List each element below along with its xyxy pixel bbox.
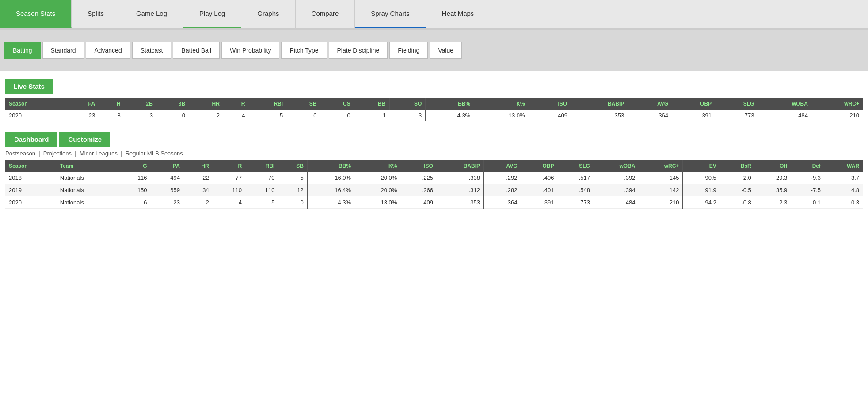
cell-sb-2018: 5 (278, 172, 307, 184)
top-navigation: Season Stats Splits Game Log Play Log Gr… (0, 0, 868, 30)
cell-r-2019: 110 (213, 184, 245, 196)
live-cell-babip: .353 (571, 110, 628, 121)
tab-compare[interactable]: Compare (296, 0, 355, 28)
col-slg: SLG (557, 160, 593, 172)
cell-pa-2018: 494 (151, 172, 183, 184)
tab-game-log[interactable]: Game Log (120, 0, 183, 28)
cell-slg-2019: .548 (557, 184, 593, 196)
cell-rbi-2019: 110 (245, 184, 278, 196)
live-stats-table: Season PA H 2B 3B HR R RBI SB CS BB SO B… (5, 98, 863, 121)
cell-off-2020: 2.3 (755, 196, 791, 209)
live-stats-header: Live Stats (5, 79, 53, 94)
cell-woba-2020: .484 (594, 196, 639, 209)
live-cell-cs: 0 (320, 110, 354, 121)
sub-tab-pitch-type[interactable]: Pitch Type (281, 42, 327, 59)
tab-splits[interactable]: Splits (72, 0, 120, 28)
col-def: Def (791, 160, 824, 172)
cell-off-2018: 29.3 (755, 172, 791, 184)
sub-tab-batting[interactable]: Batting (4, 42, 41, 59)
cell-babip-2020: .353 (437, 196, 484, 209)
live-cell-h: 8 (99, 110, 124, 121)
sub-tab-win-probability[interactable]: Win Probability (221, 42, 279, 59)
live-col-bbpct: BB% (426, 98, 474, 110)
live-cell-avg: .364 (628, 110, 672, 121)
customize-tab[interactable]: Customize (59, 132, 110, 147)
cell-iso-2020: .409 (400, 196, 436, 209)
cell-def-2020: 0.1 (791, 196, 824, 209)
live-row-2020: 2020 23 8 3 0 2 4 5 0 0 1 3 4.3% 13.0% .… (5, 110, 863, 121)
live-cell-rbi: 5 (249, 110, 287, 121)
tab-heat-maps[interactable]: Heat Maps (426, 0, 491, 28)
cell-war-2019: 4.8 (824, 184, 863, 196)
live-col-babip: BABIP (571, 98, 628, 110)
tab-graphs[interactable]: Graphs (241, 0, 295, 28)
sub-tab-standard[interactable]: Standard (42, 42, 84, 59)
sub-tab-value[interactable]: Value (430, 42, 462, 59)
cell-obp-2018: .406 (521, 172, 558, 184)
cell-bbpct-2018: 16.0% (308, 172, 354, 184)
sub-tab-batted-ball[interactable]: Batted Ball (173, 42, 220, 59)
live-stats-section: Live Stats Season PA H 2B 3B HR R RBI SB… (0, 71, 868, 126)
col-rbi: RBI (245, 160, 278, 172)
dashboard-tabs: Dashboard Customize (5, 132, 863, 147)
col-kpct: K% (354, 160, 400, 172)
cell-rbi-2018: 70 (245, 172, 278, 184)
live-cell-2b: 3 (124, 110, 156, 121)
sub-tab-fielding[interactable]: Fielding (389, 42, 428, 59)
tab-season-stats[interactable]: Season Stats (0, 0, 72, 28)
live-col-season: Season (5, 98, 66, 110)
sub-tab-plate-discipline[interactable]: Plate Discipline (329, 42, 388, 59)
sub-navigation: Batting Standard Advanced Statcast Batte… (0, 30, 868, 71)
cell-babip-2019: .312 (437, 184, 484, 196)
cell-bbpct-2019: 16.4% (308, 184, 354, 196)
cell-sb-2019: 12 (278, 184, 307, 196)
tab-play-log[interactable]: Play Log (183, 0, 241, 28)
col-iso: ISO (400, 160, 436, 172)
col-season: Season (5, 160, 57, 172)
live-cell-woba: .484 (758, 110, 811, 121)
live-col-wrcplus: wRC+ (811, 98, 863, 110)
col-woba: wOBA (594, 160, 639, 172)
cell-war-2018: 3.7 (824, 172, 863, 184)
table-row: 2019 Nationals 150 659 34 110 110 12 16.… (5, 184, 863, 196)
cell-season-2020: 2020 (5, 196, 57, 209)
live-col-slg: SLG (715, 98, 758, 110)
live-cell-r: 4 (223, 110, 249, 121)
cell-kpct-2020: 13.0% (354, 196, 400, 209)
col-ev: EV (683, 160, 720, 172)
dashboard-section: Dashboard Customize Postseason | Project… (0, 126, 868, 213)
cell-war-2020: 0.3 (824, 196, 863, 209)
filter-postseason[interactable]: Postseason (5, 150, 35, 157)
filter-projections[interactable]: Projections (43, 150, 72, 157)
col-avg: AVG (484, 160, 521, 172)
cell-hr-2018: 22 (183, 172, 213, 184)
col-war: WAR (824, 160, 863, 172)
cell-iso-2019: .266 (400, 184, 436, 196)
live-col-sb: SB (286, 98, 320, 110)
cell-bsr-2018: 2.0 (720, 172, 755, 184)
cell-slg-2020: .773 (557, 196, 593, 209)
cell-wrcplus-2020: 210 (639, 196, 683, 209)
live-col-pa: PA (66, 98, 99, 110)
live-col-3b: 3B (156, 98, 189, 110)
sub-tab-advanced[interactable]: Advanced (86, 42, 130, 59)
sub-tab-statcast[interactable]: Statcast (132, 42, 171, 59)
live-cell-pa: 23 (66, 110, 99, 121)
col-pa: PA (151, 160, 183, 172)
tab-spray-charts[interactable]: Spray Charts (355, 0, 426, 28)
cell-off-2019: 35.9 (755, 184, 791, 196)
live-col-kpct: K% (474, 98, 528, 110)
filter-regular-mlb[interactable]: Regular MLB Seasons (126, 150, 183, 157)
filter-minor-leagues[interactable]: Minor Leagues (80, 150, 118, 157)
cell-slg-2018: .517 (557, 172, 593, 184)
cell-wrcplus-2018: 145 (639, 172, 683, 184)
cell-bsr-2020: -0.8 (720, 196, 755, 209)
cell-avg-2019: .282 (484, 184, 521, 196)
live-cell-wrcplus: 210 (811, 110, 863, 121)
dashboard-tab[interactable]: Dashboard (5, 132, 57, 147)
live-col-rbi: RBI (249, 98, 287, 110)
live-cell-obp: .391 (672, 110, 715, 121)
cell-def-2018: -9.3 (791, 172, 824, 184)
live-cell-hr: 2 (189, 110, 223, 121)
live-cell-bb: 1 (354, 110, 389, 121)
